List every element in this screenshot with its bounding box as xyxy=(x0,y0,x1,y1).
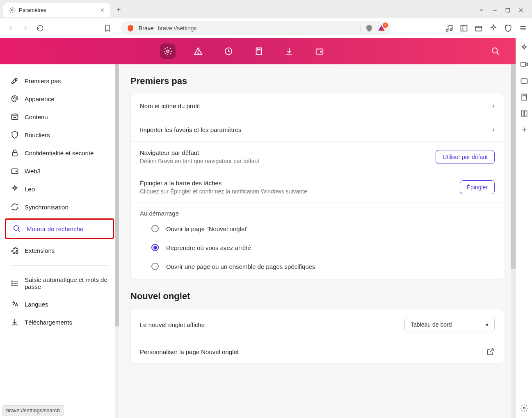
sidebar-divider xyxy=(11,265,108,266)
shield-outline-icon[interactable] xyxy=(504,24,512,32)
row-pin-taskbar: Épingler à la barre des tâches Cliquez s… xyxy=(131,172,504,202)
back-button[interactable] xyxy=(5,23,16,34)
wallet-tab-icon[interactable] xyxy=(312,43,327,59)
row-label: Le nouvel onglet affiche xyxy=(140,321,205,328)
address-url: brave://settings xyxy=(158,25,197,32)
sidebar-label: Saisie automatique et mots de passe xyxy=(25,276,108,290)
rewards-icon[interactable]: 1 xyxy=(377,24,386,32)
startup-option-newtab[interactable]: Ouvrir la page "Nouvel onglet" xyxy=(131,219,504,238)
row-default-browser: Navigateur par défaut Définir Brave en t… xyxy=(131,142,504,172)
svg-point-39 xyxy=(12,285,13,286)
sync-icon xyxy=(11,203,19,211)
sidebar-item-content[interactable]: Contenu xyxy=(4,108,115,126)
svg-point-15 xyxy=(198,53,199,54)
downloads-tab-icon[interactable] xyxy=(281,43,297,59)
svg-point-20 xyxy=(492,48,498,53)
settings-tab-icon[interactable] xyxy=(160,43,176,59)
sidebar-item-shields[interactable]: Boucliers xyxy=(4,126,115,144)
sidebar-label: Contenu xyxy=(25,114,48,120)
window-controls xyxy=(479,7,529,13)
wallet-panel-icon[interactable] xyxy=(520,77,528,85)
minimize-icon[interactable] xyxy=(492,7,498,13)
leo-icon[interactable] xyxy=(489,24,498,32)
sidebar-item-leo[interactable]: Leo xyxy=(4,180,115,198)
sidebar-scrollbar[interactable] xyxy=(115,64,119,418)
video-panel-icon[interactable] xyxy=(520,60,528,68)
svg-point-19 xyxy=(320,51,322,52)
sparkle-icon xyxy=(11,185,19,193)
svg-rect-43 xyxy=(522,94,527,100)
row-import[interactable]: Importer les favoris et les paramètres › xyxy=(131,118,504,142)
list-icon xyxy=(11,279,19,287)
sidebar-label: Synchronisation xyxy=(25,204,68,211)
sidebar-item-search-engine[interactable]: Moteur de recherche xyxy=(5,218,114,239)
palette-icon xyxy=(11,95,19,103)
sidebar-item-privacy[interactable]: Confidentialité et sécurité xyxy=(4,144,115,162)
address-bar[interactable]: Brave brave://settings | 1 xyxy=(121,21,391,35)
section-title-newtab: Nouvel onglet xyxy=(130,291,504,302)
chevron-right-icon: › xyxy=(492,102,495,110)
close-window-icon[interactable] xyxy=(518,7,524,13)
startup-option-specific[interactable]: Ouvrir une page ou un ensemble de pages … xyxy=(131,257,504,279)
new-tab-button[interactable]: + xyxy=(116,6,121,14)
row-label: Importer les favoris et les paramètres xyxy=(140,126,242,133)
sidebar-item-getstarted[interactable]: Premiers pas xyxy=(4,72,115,90)
row-customize-newtab[interactable]: Personnaliser la page Nouvel onglet xyxy=(131,340,504,363)
sidebar-item-extensions[interactable]: Extensions xyxy=(4,241,115,259)
newtab-select[interactable]: Tableau de bord ▾ xyxy=(404,317,495,332)
sidebar-item-appearance[interactable]: Apparence xyxy=(4,90,115,108)
radio-icon xyxy=(151,263,159,270)
sidebar-label: Boucliers xyxy=(25,132,50,139)
main-scrollbar[interactable] xyxy=(511,64,516,418)
sidebar-item-languages[interactable]: Langues xyxy=(4,295,115,313)
chevron-down-icon[interactable] xyxy=(479,7,484,13)
svg-point-46 xyxy=(523,407,525,409)
row-newtab-shows: Le nouvel onglet affiche Tableau de bord… xyxy=(131,309,504,340)
startup-option-continue[interactable]: Reprendre où vous avez arrêté xyxy=(131,238,504,257)
bookmark-panel-icon[interactable] xyxy=(520,93,528,101)
sidebar-label: Confidentialité et sécurité xyxy=(25,150,94,157)
svg-line-21 xyxy=(497,52,499,55)
history-tab-icon[interactable] xyxy=(221,43,236,59)
svg-rect-9 xyxy=(476,26,482,31)
puzzle-icon xyxy=(11,246,19,254)
svg-line-33 xyxy=(18,230,20,232)
sidebar-label: Moteur de recherche xyxy=(27,225,83,232)
sidebar-toggle-icon[interactable] xyxy=(460,24,468,32)
music-icon[interactable] xyxy=(445,24,453,32)
svg-point-6 xyxy=(450,28,452,30)
sidebar-item-downloads[interactable]: Téléchargements xyxy=(4,313,115,331)
maximize-icon[interactable] xyxy=(505,7,511,13)
forward-button[interactable] xyxy=(20,23,31,34)
wallet-icon[interactable] xyxy=(475,24,483,32)
svg-point-0 xyxy=(11,9,13,11)
sidebar-item-web3[interactable]: Web3 xyxy=(4,162,115,180)
svg-rect-26 xyxy=(12,114,18,119)
sidebar-item-sync[interactable]: Synchronisation xyxy=(4,198,115,216)
svg-rect-7 xyxy=(461,25,467,31)
svg-point-24 xyxy=(14,97,15,98)
add-panel-icon[interactable] xyxy=(520,126,528,134)
pin-button[interactable]: Épingler xyxy=(460,180,495,194)
menu-icon[interactable] xyxy=(519,24,527,32)
radio-label: Ouvrir la page "Nouvel onglet" xyxy=(166,225,249,232)
row-sublabel: Cliquez sur Épingler et confirmez la not… xyxy=(140,188,307,195)
svg-rect-29 xyxy=(12,152,17,156)
use-default-button[interactable]: Utiliser par défaut xyxy=(436,150,495,164)
shields-icon[interactable] xyxy=(365,24,373,32)
bookmarks-tab-icon[interactable] xyxy=(251,43,267,59)
sparkle-panel-icon[interactable] xyxy=(520,44,528,52)
shields-tab-icon[interactable] xyxy=(190,43,206,59)
gear-panel-icon[interactable] xyxy=(520,404,528,412)
browser-tab[interactable]: Paramètres × xyxy=(3,3,110,17)
bookmark-icon[interactable] xyxy=(102,23,113,34)
search-settings-icon[interactable] xyxy=(488,43,503,59)
row-profile[interactable]: Nom et icône du profil › xyxy=(131,94,504,118)
select-value: Tableau de bord xyxy=(411,321,452,328)
content-area: Premiers pas Apparence Contenu Boucliers… xyxy=(0,64,516,418)
close-tab-icon[interactable]: × xyxy=(100,7,104,14)
reading-list-icon[interactable] xyxy=(520,109,528,118)
reload-button[interactable] xyxy=(34,23,46,34)
sidebar-item-autofill[interactable]: Saisie automatique et mots de passe xyxy=(4,271,115,295)
sidebar-label: Apparence xyxy=(25,95,55,102)
